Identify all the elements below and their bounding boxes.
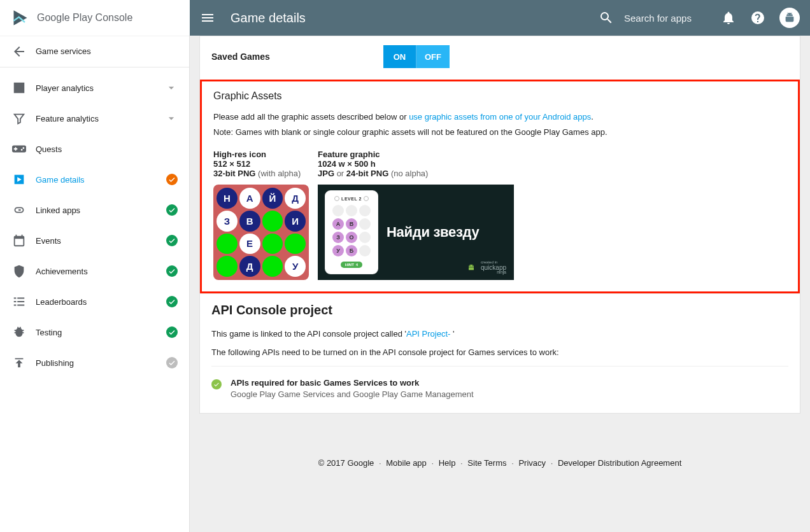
- icon-grid-cell: В: [239, 211, 260, 232]
- api-item: APIs required for basic Games Services t…: [211, 375, 788, 402]
- nav-feature-analytics[interactable]: Feature analytics: [0, 103, 189, 134]
- nav-label: Events: [36, 236, 61, 246]
- svg-point-4: [472, 265, 472, 266]
- nav-label: Linked apps: [36, 206, 80, 215]
- footer-link-dda[interactable]: Developer Distribution Agreement: [558, 458, 681, 468]
- credit-mark: created in quickapp ninja: [465, 261, 506, 275]
- nav-publishing[interactable]: Publishing: [0, 347, 189, 378]
- phone-grid-cell: [332, 205, 344, 216]
- bar-chart-icon: [11, 80, 27, 95]
- nav-label: Player analytics: [36, 83, 94, 93]
- help-icon[interactable]: [750, 10, 765, 25]
- api-console-section: API Console project This game is linked …: [200, 293, 800, 413]
- nav-linked-apps[interactable]: Linked apps: [0, 195, 189, 225]
- use-existing-assets-link[interactable]: use graphic assets from one of your Andr…: [409, 112, 591, 122]
- nav-game-details[interactable]: Game details: [0, 164, 189, 195]
- assets-row: High-res icon 512 × 512 32-bit PNG (with…: [213, 150, 786, 280]
- status-ok-icon: [166, 326, 178, 338]
- next-dot-icon: [364, 196, 369, 201]
- svg-point-3: [469, 265, 470, 266]
- separator: ·: [431, 458, 434, 468]
- icon-grid-cell: Й: [262, 188, 283, 209]
- nav-events[interactable]: Events: [0, 225, 189, 256]
- search-icon[interactable]: [599, 10, 614, 25]
- footer: © 2017 Google · Mobile app · Help · Site…: [190, 426, 810, 487]
- search-input[interactable]: [624, 13, 707, 24]
- text: ninja: [481, 270, 506, 275]
- icon-format: 32-bit PNG (with alpha): [213, 169, 309, 178]
- phone-grid-cell: У: [332, 245, 344, 256]
- svg-rect-5: [469, 267, 474, 270]
- saved-games-off-button[interactable]: OFF: [416, 45, 450, 68]
- status-pending-icon: [166, 357, 178, 368]
- nav-label: Leaderboards: [36, 297, 87, 307]
- phone-grid-cell: Б: [346, 245, 357, 256]
- footer-link-privacy[interactable]: Privacy: [518, 458, 546, 468]
- back-arrow-icon: [11, 44, 27, 59]
- android-mini-icon: [465, 263, 477, 273]
- text: LEVEL 2: [341, 197, 362, 201]
- android-icon: [784, 12, 795, 24]
- text: or: [334, 169, 346, 178]
- phone-grid-cell: З: [332, 232, 344, 243]
- saved-games-section: Saved Games ON OFF: [200, 36, 800, 80]
- phone-grid-cell: [359, 232, 371, 243]
- api-divider: APIs required for basic Games Services t…: [211, 366, 788, 402]
- nav-quests[interactable]: Quests: [0, 134, 189, 164]
- phone-grid-cell: [359, 245, 371, 256]
- footer-link-help[interactable]: Help: [439, 458, 456, 468]
- notifications-icon[interactable]: [721, 10, 736, 25]
- account-avatar[interactable]: [779, 8, 800, 28]
- feature-headline: Найди звезду: [387, 224, 506, 241]
- phone-grid-cell: [359, 205, 371, 216]
- phone-grid-cell: А: [332, 218, 344, 230]
- text: HINT: [345, 263, 354, 267]
- icon-asset-column: High-res icon 512 × 512 32-bit PNG (with…: [213, 150, 309, 280]
- play-console-logo[interactable]: Google Play Console: [11, 9, 132, 27]
- text: Please add all the graphic assets descri…: [213, 112, 409, 122]
- icon-title: High-res icon: [213, 150, 309, 159]
- nav-leaderboards[interactable]: Leaderboards: [0, 286, 189, 317]
- nav-testing[interactable]: Testing: [0, 317, 189, 347]
- menu-icon[interactable]: [200, 10, 215, 25]
- back-game-services[interactable]: Game services: [0, 36, 189, 67]
- play-square-icon: [11, 172, 27, 187]
- icon-grid-cell: [217, 234, 238, 255]
- footer-link-mobile[interactable]: Mobile app: [386, 458, 427, 468]
- hint-badge: HINT 4: [341, 262, 362, 268]
- icon-grid-cell: Д: [239, 256, 260, 277]
- search-wrap: [599, 10, 707, 25]
- api-item-title: APIs required for basic Games Services t…: [231, 378, 474, 388]
- nav-label: Quests: [36, 144, 62, 154]
- icon-grid-cell: [262, 256, 283, 277]
- text: This game is linked to the API console p…: [211, 329, 406, 339]
- list-icon: [11, 294, 27, 309]
- nav-label: Feature analytics: [36, 114, 99, 123]
- api-title: API Console project: [211, 303, 788, 318]
- phone-level: LEVEL 2: [334, 196, 369, 201]
- main-content: Saved Games ON OFF Graphic Assets Please…: [190, 0, 810, 532]
- icon-grid-cell: [217, 256, 238, 277]
- icon-preview-image[interactable]: НАЙДЗВИЕДУ: [213, 185, 309, 280]
- text: 32-bit PNG: [213, 169, 255, 178]
- nav-achievements[interactable]: Achievements: [0, 256, 189, 286]
- brand-text: Google Play Console: [37, 12, 132, 24]
- nav-player-analytics[interactable]: Player analytics: [0, 73, 189, 103]
- icon-grid-cell: [262, 234, 283, 255]
- feature-dim: 1024 w × 500 h: [318, 159, 514, 169]
- text: (no alpha): [388, 169, 428, 178]
- footer-link-site-terms[interactable]: Site Terms: [467, 458, 506, 468]
- saved-games-on-button[interactable]: ON: [383, 45, 416, 68]
- link-icon: [11, 202, 27, 218]
- calendar-icon: [11, 233, 27, 248]
- nav-label: Game details: [36, 175, 85, 185]
- icon-grid-cell: И: [285, 211, 306, 232]
- bug-icon: [11, 325, 27, 340]
- nav-label: Testing: [36, 328, 62, 337]
- feature-preview-image[interactable]: LEVEL 2 АВЗОУБ HINT 4 Найди звезду: [318, 185, 514, 280]
- api-project-link[interactable]: API Project-: [406, 329, 453, 339]
- feature-title: Feature graphic: [318, 150, 514, 159]
- chevron-down-icon: [165, 112, 178, 125]
- icon-grid-cell: Н: [217, 188, 238, 209]
- icon-grid-cell: А: [239, 188, 260, 209]
